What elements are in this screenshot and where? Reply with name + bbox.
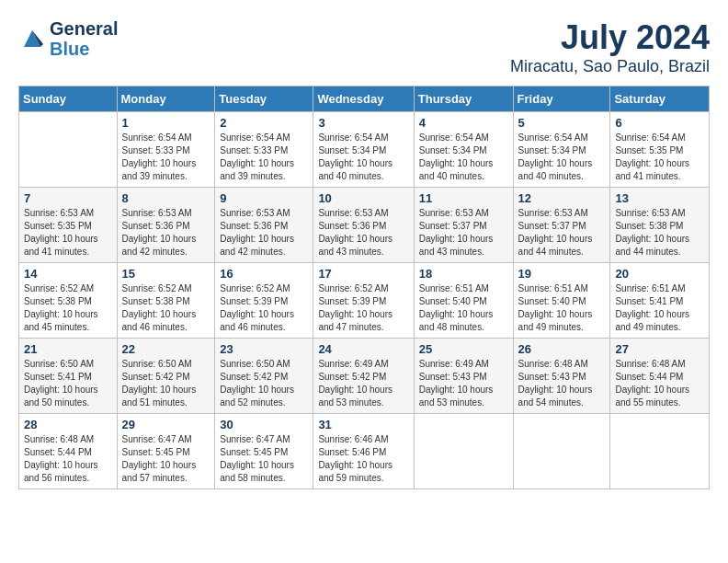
table-row: 16 Sunrise: 6:52 AMSunset: 5:39 PMDaylig… [215,263,313,339]
day-info: Sunrise: 6:46 AMSunset: 5:46 PMDaylight:… [318,433,408,485]
day-info: Sunrise: 6:49 AMSunset: 5:42 PMDaylight:… [318,358,408,409]
table-row: 30 Sunrise: 6:47 AMSunset: 5:45 PMDaylig… [215,414,313,489]
table-row [19,112,118,188]
logo-icon [18,25,46,52]
table-row: 2 Sunrise: 6:54 AMSunset: 5:33 PMDayligh… [215,112,313,188]
table-row: 13 Sunrise: 6:53 AMSunset: 5:38 PMDaylig… [610,188,710,263]
table-row: 31 Sunrise: 6:46 AMSunset: 5:46 PMDaylig… [313,414,414,489]
day-info: Sunrise: 6:51 AMSunset: 5:40 PMDaylight:… [419,282,508,334]
day-info: Sunrise: 6:48 AMSunset: 5:43 PMDaylight:… [518,358,606,409]
table-row: 22 Sunrise: 6:50 AMSunset: 5:42 PMDaylig… [117,339,215,414]
day-number: 6 [615,116,704,130]
table-row: 5 Sunrise: 6:54 AMSunset: 5:34 PMDayligh… [513,112,610,188]
table-row [414,414,513,489]
table-row: 11 Sunrise: 6:53 AMSunset: 5:37 PMDaylig… [414,188,513,263]
day-info: Sunrise: 6:53 AMSunset: 5:36 PMDaylight:… [318,207,408,259]
logo-text-line2: Blue [50,39,118,59]
day-number: 31 [318,418,408,431]
day-info: Sunrise: 6:53 AMSunset: 5:37 PMDaylight:… [518,207,606,259]
table-row: 9 Sunrise: 6:53 AMSunset: 5:36 PMDayligh… [215,188,313,263]
day-info: Sunrise: 6:52 AMSunset: 5:39 PMDaylight:… [220,282,308,334]
month-year-title: July 2024 [510,18,710,57]
table-row [513,414,610,489]
table-row: 25 Sunrise: 6:49 AMSunset: 5:43 PMDaylig… [414,339,513,414]
day-info: Sunrise: 6:52 AMSunset: 5:38 PMDaylight:… [24,282,112,334]
calendar-week-row: 21 Sunrise: 6:50 AMSunset: 5:41 PMDaylig… [19,339,710,414]
day-number: 4 [419,116,508,130]
day-info: Sunrise: 6:47 AMSunset: 5:45 PMDaylight:… [220,433,308,485]
day-info: Sunrise: 6:51 AMSunset: 5:40 PMDaylight:… [518,282,606,334]
day-info: Sunrise: 6:52 AMSunset: 5:38 PMDaylight:… [122,282,210,334]
table-row: 23 Sunrise: 6:50 AMSunset: 5:42 PMDaylig… [215,339,313,414]
table-row: 15 Sunrise: 6:52 AMSunset: 5:38 PMDaylig… [117,263,215,339]
col-friday: Friday [513,86,610,112]
day-number: 8 [122,191,210,205]
day-number: 15 [122,267,210,281]
title-block: July 2024 Miracatu, Sao Paulo, Brazil [510,18,710,76]
table-row: 14 Sunrise: 6:52 AMSunset: 5:38 PMDaylig… [19,263,118,339]
day-number: 25 [419,342,508,356]
day-number: 1 [122,116,210,130]
col-thursday: Thursday [414,86,513,112]
location-subtitle: Miracatu, Sao Paulo, Brazil [510,57,710,76]
col-saturday: Saturday [610,86,710,112]
day-info: Sunrise: 6:53 AMSunset: 5:36 PMDaylight:… [220,207,308,259]
day-number: 12 [518,191,606,205]
day-info: Sunrise: 6:54 AMSunset: 5:34 PMDaylight:… [419,132,508,183]
table-row: 20 Sunrise: 6:51 AMSunset: 5:41 PMDaylig… [610,263,710,339]
day-number: 24 [318,342,408,356]
table-row: 18 Sunrise: 6:51 AMSunset: 5:40 PMDaylig… [414,263,513,339]
day-info: Sunrise: 6:48 AMSunset: 5:44 PMDaylight:… [615,358,704,409]
calendar-week-row: 1 Sunrise: 6:54 AMSunset: 5:33 PMDayligh… [19,112,710,188]
table-row: 28 Sunrise: 6:48 AMSunset: 5:44 PMDaylig… [19,414,118,489]
day-info: Sunrise: 6:48 AMSunset: 5:44 PMDaylight:… [24,433,112,485]
day-number: 27 [615,342,704,356]
day-info: Sunrise: 6:50 AMSunset: 5:42 PMDaylight:… [122,358,210,409]
day-number: 26 [518,342,606,356]
day-info: Sunrise: 6:54 AMSunset: 5:34 PMDaylight:… [318,132,408,183]
day-info: Sunrise: 6:53 AMSunset: 5:35 PMDaylight:… [24,207,112,259]
logo: General Blue [18,18,118,59]
day-number: 11 [419,191,508,205]
day-number: 14 [24,267,112,281]
table-row [610,414,710,489]
calendar-week-row: 14 Sunrise: 6:52 AMSunset: 5:38 PMDaylig… [19,263,710,339]
day-info: Sunrise: 6:47 AMSunset: 5:45 PMDaylight:… [122,433,210,485]
day-info: Sunrise: 6:53 AMSunset: 5:37 PMDaylight:… [419,207,508,259]
calendar-week-row: 7 Sunrise: 6:53 AMSunset: 5:35 PMDayligh… [19,188,710,263]
day-number: 19 [518,267,606,281]
table-row: 21 Sunrise: 6:50 AMSunset: 5:41 PMDaylig… [19,339,118,414]
day-number: 29 [122,418,210,431]
table-row: 1 Sunrise: 6:54 AMSunset: 5:33 PMDayligh… [117,112,215,188]
day-number: 23 [220,342,308,356]
day-number: 18 [419,267,508,281]
day-number: 20 [615,267,704,281]
table-row: 27 Sunrise: 6:48 AMSunset: 5:44 PMDaylig… [610,339,710,414]
logo-text-line1: General [50,18,118,39]
table-row: 12 Sunrise: 6:53 AMSunset: 5:37 PMDaylig… [513,188,610,263]
col-monday: Monday [117,86,215,112]
col-sunday: Sunday [19,86,118,112]
day-number: 7 [24,191,112,205]
day-number: 5 [518,116,606,130]
day-number: 22 [122,342,210,356]
day-number: 30 [220,418,308,431]
day-number: 3 [318,116,408,130]
table-row: 19 Sunrise: 6:51 AMSunset: 5:40 PMDaylig… [513,263,610,339]
col-tuesday: Tuesday [215,86,313,112]
page-header: General Blue July 2024 Miracatu, Sao Pau… [18,18,710,76]
day-info: Sunrise: 6:53 AMSunset: 5:36 PMDaylight:… [122,207,210,259]
day-info: Sunrise: 6:54 AMSunset: 5:34 PMDaylight:… [518,132,606,183]
table-row: 7 Sunrise: 6:53 AMSunset: 5:35 PMDayligh… [19,188,118,263]
calendar-table: Sunday Monday Tuesday Wednesday Thursday… [18,86,710,489]
day-info: Sunrise: 6:54 AMSunset: 5:35 PMDaylight:… [615,132,704,183]
day-number: 13 [615,191,704,205]
day-number: 9 [220,191,308,205]
day-info: Sunrise: 6:53 AMSunset: 5:38 PMDaylight:… [615,207,704,259]
table-row: 10 Sunrise: 6:53 AMSunset: 5:36 PMDaylig… [313,188,414,263]
day-number: 10 [318,191,408,205]
day-info: Sunrise: 6:49 AMSunset: 5:43 PMDaylight:… [419,358,508,409]
calendar-week-row: 28 Sunrise: 6:48 AMSunset: 5:44 PMDaylig… [19,414,710,489]
day-number: 17 [318,267,408,281]
table-row: 8 Sunrise: 6:53 AMSunset: 5:36 PMDayligh… [117,188,215,263]
